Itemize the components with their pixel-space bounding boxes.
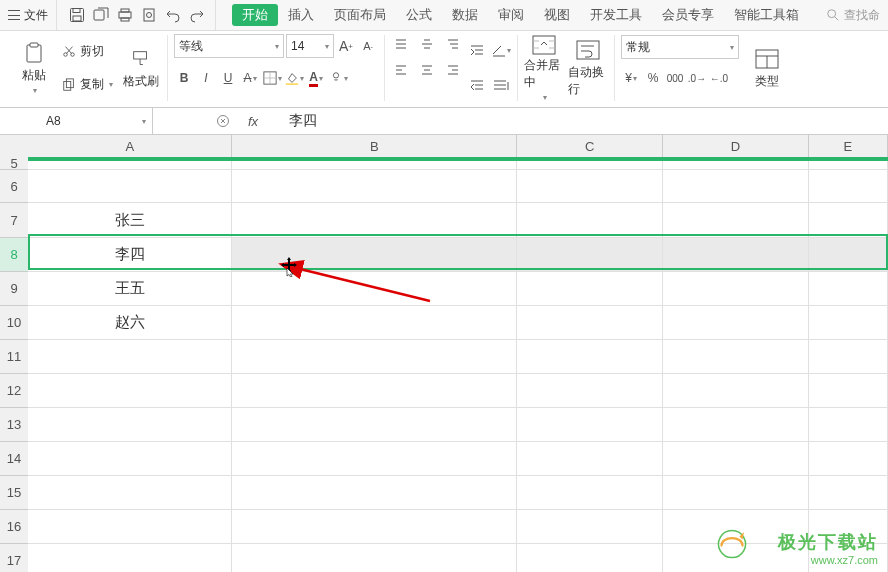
cell-C16[interactable] xyxy=(517,510,663,543)
align-middle-icon[interactable] xyxy=(417,35,437,55)
cell-C14[interactable] xyxy=(517,442,663,475)
cell-D11[interactable] xyxy=(663,340,809,373)
phonetic-button[interactable]: ▾ xyxy=(328,68,348,88)
cell-A17[interactable] xyxy=(28,544,232,572)
bold-button[interactable]: B xyxy=(174,68,194,88)
tab-review[interactable]: 审阅 xyxy=(488,0,534,30)
cell-C13[interactable] xyxy=(517,408,663,441)
row-header-10[interactable]: 10 xyxy=(0,306,28,340)
save-icon[interactable] xyxy=(69,7,85,23)
column-header-C[interactable]: C xyxy=(517,135,663,157)
row-header-17[interactable]: 17 xyxy=(0,544,28,572)
cell-A11[interactable] xyxy=(28,340,232,373)
border-button[interactable]: ▾ xyxy=(262,68,282,88)
cell-C15[interactable] xyxy=(517,476,663,509)
tab-data[interactable]: 数据 xyxy=(442,0,488,30)
tab-smart-tools[interactable]: 智能工具箱 xyxy=(724,0,809,30)
cell-C5[interactable] xyxy=(517,157,663,169)
cell-A7[interactable]: 张三 xyxy=(28,203,232,237)
row-header-7[interactable]: 7 xyxy=(0,203,28,238)
underline-button[interactable]: U xyxy=(218,68,238,88)
row-header-8[interactable]: 8 xyxy=(0,238,28,272)
cell-D5[interactable] xyxy=(663,157,809,169)
cell-style-button[interactable]: 类型 xyxy=(747,35,787,101)
redo-icon[interactable] xyxy=(189,7,205,23)
cell-E11[interactable] xyxy=(809,340,888,373)
increase-indent-icon[interactable] xyxy=(467,41,487,61)
cell-C8[interactable] xyxy=(517,238,663,271)
row-header-5[interactable]: 5 xyxy=(0,157,28,170)
font-size-select[interactable]: 14▾ xyxy=(286,34,334,58)
row-header-12[interactable]: 12 xyxy=(0,374,28,408)
tab-vip[interactable]: 会员专享 xyxy=(652,0,724,30)
orientation-icon[interactable]: ▾ xyxy=(491,41,511,61)
cell-B16[interactable] xyxy=(232,510,517,543)
cut-button[interactable]: 剪切 xyxy=(58,41,117,61)
tab-page-layout[interactable]: 页面布局 xyxy=(324,0,396,30)
cell-E13[interactable] xyxy=(809,408,888,441)
paste-button[interactable]: 粘贴▾ xyxy=(14,35,54,101)
tab-dev-tools[interactable]: 开发工具 xyxy=(580,0,652,30)
cell-A10[interactable]: 赵六 xyxy=(28,306,232,339)
cell-E9[interactable] xyxy=(809,272,888,305)
print-icon[interactable] xyxy=(117,7,133,23)
cell-A15[interactable] xyxy=(28,476,232,509)
cell-A5[interactable] xyxy=(28,157,232,169)
cell-C11[interactable] xyxy=(517,340,663,373)
cell-A9[interactable]: 王五 xyxy=(28,272,232,305)
cell-B13[interactable] xyxy=(232,408,517,441)
cell-B11[interactable] xyxy=(232,340,517,373)
cell-A14[interactable] xyxy=(28,442,232,475)
cell-E6[interactable] xyxy=(809,170,888,202)
cell-D10[interactable] xyxy=(663,306,809,339)
decrease-indent-icon[interactable] xyxy=(467,76,487,96)
search-box[interactable]: 查找命 xyxy=(826,7,884,24)
cell-C7[interactable] xyxy=(517,203,663,237)
row-header-9[interactable]: 9 xyxy=(0,272,28,306)
column-header-A[interactable]: A xyxy=(28,135,232,157)
currency-icon[interactable]: ¥▾ xyxy=(621,68,641,88)
print-preview-icon[interactable] xyxy=(141,7,157,23)
cell-B8[interactable] xyxy=(232,238,517,271)
cell-A16[interactable] xyxy=(28,510,232,543)
cell-E7[interactable] xyxy=(809,203,888,237)
formula-input[interactable]: 李四 xyxy=(283,112,888,130)
percent-icon[interactable]: % xyxy=(643,68,663,88)
name-box[interactable]: A8 ▾ xyxy=(0,108,153,134)
decrease-decimal-icon[interactable]: ←.0 xyxy=(709,68,729,88)
tab-insert[interactable]: 插入 xyxy=(278,0,324,30)
cell-C12[interactable] xyxy=(517,374,663,407)
save-as-icon[interactable] xyxy=(93,7,109,23)
increase-font-icon[interactable]: A+ xyxy=(336,36,356,56)
cell-E15[interactable] xyxy=(809,476,888,509)
row-header-15[interactable]: 15 xyxy=(0,476,28,510)
font-name-select[interactable]: 等线▾ xyxy=(174,34,284,58)
row-header-13[interactable]: 13 xyxy=(0,408,28,442)
row-header-14[interactable]: 14 xyxy=(0,442,28,476)
italic-button[interactable]: I xyxy=(196,68,216,88)
cell-B15[interactable] xyxy=(232,476,517,509)
font-color-button[interactable]: A▾ xyxy=(306,68,326,88)
column-header-E[interactable]: E xyxy=(809,135,888,157)
cell-D8[interactable] xyxy=(663,238,809,271)
align-center-icon[interactable] xyxy=(417,61,437,81)
row-header-11[interactable]: 11 xyxy=(0,340,28,374)
cell-B5[interactable] xyxy=(232,157,517,169)
cancel-formula-icon[interactable] xyxy=(213,111,233,131)
cell-D9[interactable] xyxy=(663,272,809,305)
row-header-16[interactable]: 16 xyxy=(0,510,28,544)
cell-C6[interactable] xyxy=(517,170,663,202)
cell-B14[interactable] xyxy=(232,442,517,475)
decrease-font-icon[interactable]: A- xyxy=(358,36,378,56)
cell-B17[interactable] xyxy=(232,544,517,572)
tab-start[interactable]: 开始 xyxy=(232,4,278,26)
cell-B7[interactable] xyxy=(232,203,517,237)
cell-A8[interactable]: 李四 xyxy=(28,238,232,271)
paragraph-icon[interactable] xyxy=(491,76,511,96)
cell-B9[interactable] xyxy=(232,272,517,305)
increase-decimal-icon[interactable]: .0→ xyxy=(687,68,707,88)
cell-B6[interactable] xyxy=(232,170,517,202)
cell-E14[interactable] xyxy=(809,442,888,475)
cell-D6[interactable] xyxy=(663,170,809,202)
column-header-D[interactable]: D xyxy=(663,135,809,157)
